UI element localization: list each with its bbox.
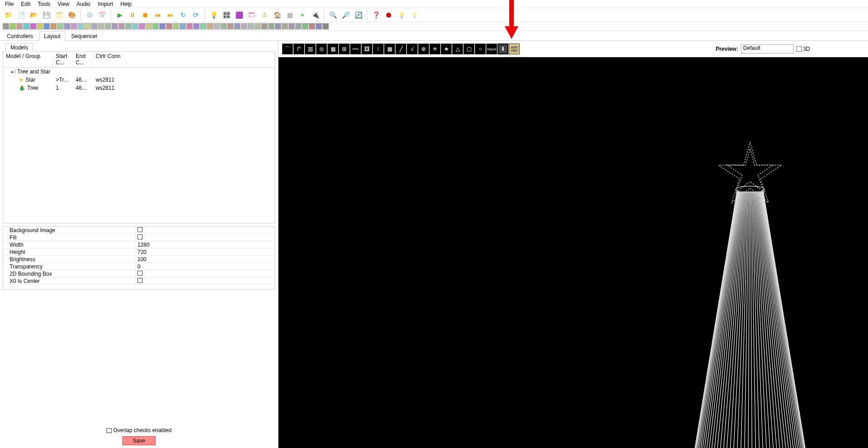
effects-icon[interactable]: 🎛️ [221,10,232,20]
perspectives-icon[interactable]: ▦ [284,10,295,20]
effect-swatch[interactable] [3,23,9,29]
bulb-off-icon[interactable]: 💡 [409,10,419,20]
color-palette-icon[interactable]: 🎨 [66,10,77,20]
menu-file[interactable]: File [2,0,17,8]
effect-swatch[interactable] [227,23,234,29]
model-star-icon[interactable]: ★ [441,44,452,54]
col-start[interactable]: Start C... [53,52,73,67]
layout-canvas[interactable] [278,57,868,448]
col-end[interactable]: End C... [73,52,93,67]
effect-swatch[interactable] [275,23,281,29]
effect-swatch[interactable] [220,23,227,29]
menu-view[interactable]: View [54,0,73,8]
effect-swatch[interactable] [16,23,23,29]
model-tree-icon[interactable]: △ [452,44,463,54]
effect-swatch[interactable] [98,23,104,29]
expand-icon[interactable]: ▸ [11,68,14,75]
effect-swatch[interactable] [132,23,138,29]
save-sequence-icon[interactable]: 💾 [41,10,52,20]
effect-swatch[interactable] [268,23,274,29]
models-tree[interactable]: Model / Group Start C... End C... Ctrlr … [3,51,275,224]
effect-swatch[interactable] [288,23,295,29]
effect-swatch[interactable] [234,23,240,29]
effect-swatch[interactable] [78,23,84,29]
replay-icon[interactable]: ⟳ [190,10,201,20]
effect-swatch[interactable] [57,23,63,29]
effect-swatch[interactable] [84,23,91,29]
brightness-value[interactable]: 100 [136,256,275,263]
tab-models[interactable]: Models [5,43,33,52]
effect-swatch[interactable] [64,23,70,29]
effect-swatch[interactable] [71,23,77,29]
model-spinner-icon[interactable]: ✳ [429,44,440,54]
effect-swatch[interactable] [37,23,43,29]
effect-swatch[interactable] [186,23,193,29]
forward-icon[interactable]: ⏭ [165,10,176,20]
height-value[interactable]: 720 [136,249,275,255]
effect-swatch[interactable] [254,23,261,29]
model-window-icon[interactable]: ▢ [463,44,474,54]
overlap-checkbox[interactable] [107,428,112,433]
stop-output-icon[interactable]: ⬢ [383,10,394,20]
effect-swatch[interactable] [50,23,57,29]
effect-swatch[interactable] [295,23,302,29]
model-icicles-icon[interactable]: ⫶ [373,44,384,54]
preview-dropdown[interactable]: Default [741,44,794,54]
effect-swatch[interactable] [146,23,152,29]
transparency-value[interactable]: 0 [136,263,275,270]
fill-checkbox[interactable] [137,234,142,239]
effect-swatch[interactable] [248,23,254,29]
tab-controllers[interactable]: Controllers [2,31,38,41]
effect-swatch[interactable] [152,23,159,29]
model-image-icon[interactable]: 🖼 [361,44,372,54]
model-single-line-icon[interactable]: ╱ [395,44,406,54]
zoom-in-icon[interactable]: 🔍 [327,10,338,20]
menu-help[interactable]: Help [117,0,135,8]
zoom-out-icon[interactable]: 🔎 [340,10,351,20]
add-obj-button[interactable]: ADDOBJ [509,44,520,54]
convert-icon[interactable]: 🔄 [353,10,364,20]
tree-item-star[interactable]: ★Star >Tr...081) 46500 ws2811 [3,76,275,84]
overlap-checkbox-row[interactable]: Overlap checks enabled [107,427,172,433]
effect-swatch[interactable] [173,23,179,29]
bg-image-checkbox[interactable] [137,227,142,232]
open-folder-icon[interactable]: 📁 [3,10,14,20]
model-ring-icon[interactable]: ○ [475,44,486,54]
model-circle-icon[interactable]: ◎ [316,44,327,54]
menu-audio[interactable]: Audio [73,0,94,8]
effect-swatch[interactable] [302,23,308,29]
effect-swatch[interactable] [23,23,29,29]
model-download-icon[interactable]: ⬇ [497,44,508,54]
col-model[interactable]: Model / Group [3,52,53,67]
model-cube-icon[interactable]: ▦ [327,44,338,54]
effect-swatch[interactable] [166,23,172,29]
effect-swatch[interactable] [112,23,118,29]
colors-icon[interactable]: 🟪 [234,10,244,20]
settings-icon[interactable]: ✦ [297,10,308,20]
effect-swatch[interactable] [159,23,166,29]
col-ctrl[interactable]: Ctrlr Conn [93,52,275,67]
tree-item-tree[interactable]: 🎄Tree 1 46080 ws2811 [3,84,275,92]
model-import-icon[interactable]: Import [486,44,497,54]
effect-swatch[interactable] [10,23,16,29]
model-arches-icon[interactable]: ⌒ [282,44,293,54]
effect-swatch[interactable] [30,23,36,29]
effect-swatch[interactable] [316,23,322,29]
stop-icon[interactable]: ⏹ [140,10,151,20]
save-as-icon[interactable]: 🗂️ [54,10,64,20]
effect-swatch[interactable] [139,23,145,29]
house-preview-icon[interactable]: 🏠 [272,10,283,20]
effect-swatch[interactable] [322,23,329,29]
model-poly-line-icon[interactable]: √ [407,44,418,54]
effect-swatch[interactable] [282,23,288,29]
effect-swatch[interactable] [44,23,50,29]
3d-checkbox-row[interactable]: 3D [796,46,810,52]
save-button[interactable]: Save [122,436,156,445]
effect-swatch[interactable] [200,23,206,29]
tab-sequencer[interactable]: Sequencer [66,31,102,41]
model-channel-block-icon[interactable]: ▥ [305,44,316,54]
play-icon[interactable]: ▶ [114,10,125,20]
effect-swatch[interactable] [193,23,200,29]
effect-swatch[interactable] [180,23,186,29]
model-custom-icon[interactable]: ⊞ [339,44,350,54]
